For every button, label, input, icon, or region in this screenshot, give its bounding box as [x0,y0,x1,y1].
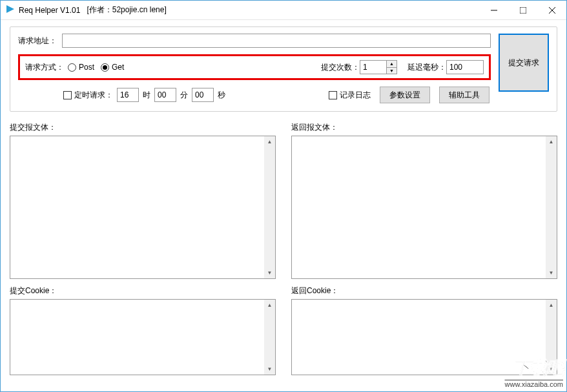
tools-button[interactable]: 辅助工具 [439,87,490,103]
method-row-highlight: 请求方式： Post Get 提交次数： ▲ [18,54,491,80]
delay-input[interactable] [446,60,484,74]
scrollbar[interactable]: ▲ ▼ [546,300,557,375]
request-cookie-panel: 提交Cookie： ▲ ▼ [10,285,276,375]
request-body-panel: 提交报文体： ▲ ▼ [10,122,276,279]
submit-button-label: 提交请求 [508,57,539,68]
response-body-panel: 返回报文体： ▲ ▼ [291,122,557,279]
response-cookie-textarea[interactable] [292,300,546,375]
checkbox-icon [329,91,337,99]
scroll-down-icon[interactable]: ▼ [264,364,275,375]
checkbox-icon [63,91,72,99]
count-input[interactable] [360,61,386,74]
params-button-label: 参数设置 [389,90,420,101]
url-label: 请求地址： [18,36,57,46]
response-cookie-panel: 返回Cookie： ▲ ▼ [291,285,557,375]
scrollbar[interactable]: ▲ ▼ [546,136,557,278]
svg-rect-2 [520,7,526,14]
request-body-label: 提交报文体： [10,122,276,133]
minimize-button[interactable] [479,1,508,19]
timed-request-label: 定时请求： [74,90,113,101]
minute-input[interactable] [154,88,176,102]
scroll-up-icon[interactable]: ▲ [546,300,557,311]
radio-get-label: Get [112,63,124,72]
method-label: 请求方式： [25,62,64,73]
delay-label: 延迟毫秒： [407,62,446,73]
window-title: Req Helper V1.01 [19,6,80,15]
scroll-down-icon[interactable]: ▼ [264,267,275,278]
count-label: 提交次数： [321,62,360,73]
response-cookie-label: 返回Cookie： [291,285,557,296]
scrollbar[interactable]: ▲ ▼ [264,136,275,278]
radio-post[interactable]: Post [68,63,94,72]
log-label: 记录日志 [340,90,371,101]
scroll-up-icon[interactable]: ▲ [264,300,275,311]
scrollbar[interactable]: ▲ ▼ [264,300,275,375]
count-input-wrap: ▲ ▼ [360,60,397,74]
radio-icon [101,63,109,72]
maximize-button[interactable] [508,1,537,19]
scroll-up-icon[interactable]: ▲ [546,136,557,147]
request-cookie-textarea[interactable] [10,300,264,375]
timed-request-checkbox[interactable]: 定时请求： [63,90,113,101]
submit-button[interactable]: 提交请求 [499,34,549,92]
hour-input[interactable] [117,88,139,102]
log-checkbox[interactable]: 记录日志 [329,90,371,101]
titlebar: Req Helper V1.01 [作者：52pojie.cn lene] [1,1,566,20]
request-config-panel: 请求地址： 请求方式： Post Get 提交次数： [10,26,557,112]
close-button[interactable] [537,1,566,19]
request-body-textarea[interactable] [10,136,264,278]
tools-button-label: 辅助工具 [449,90,480,101]
url-input[interactable] [62,34,491,48]
scroll-up-icon[interactable]: ▲ [264,136,275,147]
minute-unit: 分 [180,90,188,101]
hour-unit: 时 [143,90,150,101]
app-icon [6,5,15,15]
request-cookie-label: 提交Cookie： [10,285,276,296]
radio-post-label: Post [79,63,94,72]
count-spin-down[interactable]: ▼ [387,68,397,74]
window-author: [作者：52pojie.cn lene] [87,5,166,15]
count-spin-up[interactable]: ▲ [387,61,397,68]
scroll-down-icon[interactable]: ▼ [546,267,557,278]
response-body-textarea[interactable] [292,136,546,278]
svg-marker-0 [6,5,14,13]
radio-get[interactable]: Get [101,63,124,72]
second-unit: 秒 [218,90,225,101]
second-input[interactable] [192,88,214,102]
radio-icon [68,63,76,72]
window-controls [479,1,566,19]
params-button[interactable]: 参数设置 [380,87,430,103]
scroll-down-icon[interactable]: ▼ [546,364,557,375]
response-body-label: 返回报文体： [291,122,557,133]
